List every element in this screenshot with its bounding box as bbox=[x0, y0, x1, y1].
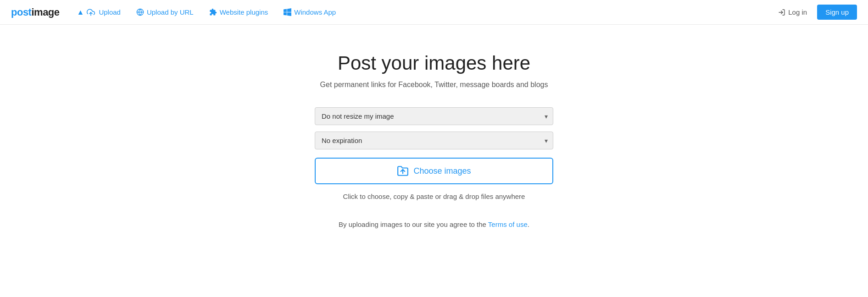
logo-image: image bbox=[31, 6, 59, 18]
folder-open-icon bbox=[397, 165, 409, 177]
windows-icon bbox=[284, 8, 291, 16]
expiration-select[interactable]: No expiration 1 day 1 week 2 weeks 1 mon… bbox=[315, 132, 553, 149]
header: postimage ▲︎ Upload Upload by URL Web bbox=[0, 0, 868, 25]
upload-icon: ▲︎ bbox=[77, 8, 84, 16]
globe-icon bbox=[136, 8, 144, 16]
nav-windows-app-label: Windows App bbox=[294, 8, 336, 16]
terms-prefix: By uploading images to our site you agre… bbox=[339, 220, 486, 228]
hint-text: Click to choose, copy & paste or drag & … bbox=[343, 192, 525, 200]
nav-auth: Log in Sign up bbox=[773, 5, 857, 20]
login-icon bbox=[778, 9, 785, 16]
main-content: Post your images here Get permanent link… bbox=[0, 25, 868, 228]
expiration-select-wrapper: No expiration 1 day 1 week 2 weeks 1 mon… bbox=[315, 132, 553, 149]
page-title: Post your images here bbox=[338, 52, 530, 74]
logo[interactable]: postimage bbox=[11, 6, 60, 18]
logo-post: post bbox=[11, 6, 31, 18]
choose-images-label: Choose images bbox=[413, 166, 471, 176]
terms-of-use-link[interactable]: Terms of use bbox=[488, 220, 528, 228]
nav-windows-app[interactable]: Windows App bbox=[277, 6, 342, 19]
nav-website-plugins-label: Website plugins bbox=[220, 8, 268, 16]
main-nav: ▲︎ Upload Upload by URL Website plugins bbox=[71, 6, 773, 19]
puzzle-icon bbox=[209, 8, 217, 16]
nav-upload[interactable]: ▲︎ Upload bbox=[71, 6, 127, 19]
resize-select-wrapper: Do not resize my image Resize to 1920x10… bbox=[315, 107, 553, 125]
nav-upload-label: Upload bbox=[99, 8, 121, 16]
choose-images-button[interactable]: Choose images bbox=[315, 158, 553, 184]
upload-cloud-icon bbox=[87, 8, 95, 16]
nav-upload-by-url[interactable]: Upload by URL bbox=[130, 6, 200, 19]
resize-select[interactable]: Do not resize my image Resize to 1920x10… bbox=[315, 107, 553, 125]
upload-form: Do not resize my image Resize to 1920x10… bbox=[315, 107, 553, 228]
signup-button[interactable]: Sign up bbox=[817, 5, 857, 20]
login-label: Log in bbox=[788, 8, 807, 16]
login-button[interactable]: Log in bbox=[773, 6, 812, 19]
nav-upload-by-url-label: Upload by URL bbox=[147, 8, 194, 16]
terms-suffix: . bbox=[528, 220, 529, 228]
page-subtitle: Get permanent links for Facebook, Twitte… bbox=[320, 81, 548, 89]
terms-text: By uploading images to our site you agre… bbox=[339, 220, 529, 228]
nav-website-plugins[interactable]: Website plugins bbox=[203, 6, 275, 19]
